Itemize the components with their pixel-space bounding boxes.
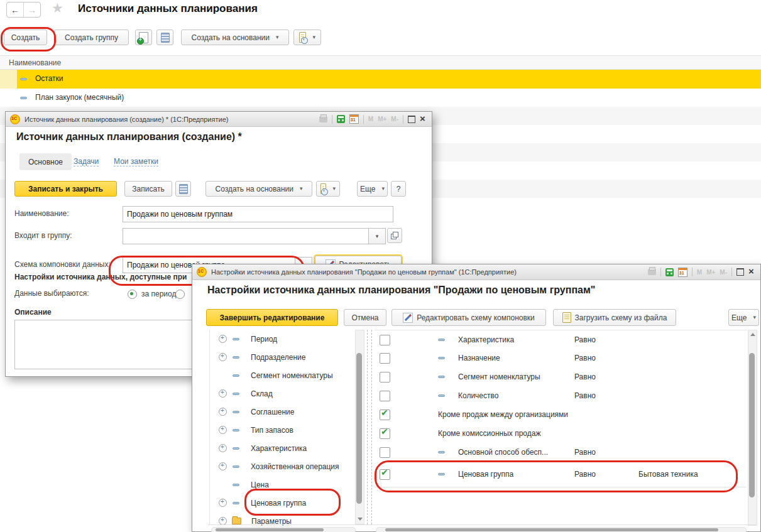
checkbox[interactable] [380, 353, 390, 364]
expand-icon[interactable] [219, 499, 227, 507]
create-based-on-button[interactable]: Создать на основании [181, 30, 289, 45]
scroll-up-icon[interactable] [750, 333, 755, 336]
parent-group-open-button[interactable] [387, 228, 402, 243]
filter-row-cenovaya-gruppa[interactable]: Ценовая группа Равно Бытовая техника [375, 462, 747, 487]
filter-row-harakteristika[interactable]: Характеристика Равно [375, 330, 747, 350]
tree-item-period[interactable]: Период [219, 330, 366, 348]
tree-item-soglashenie[interactable]: Соглашение [219, 403, 366, 421]
radio-period[interactable] [128, 290, 137, 299]
parent-group-dropdown[interactable] [368, 228, 386, 244]
scrollbar-thumb[interactable] [749, 353, 755, 497]
save-button[interactable]: Записать [124, 181, 172, 197]
filters-vertical-scrollbar[interactable] [748, 330, 757, 526]
calendar-icon[interactable]: 31 [678, 268, 687, 277]
filter-row-segment[interactable]: Сегмент номенклатуры Равно [375, 367, 747, 387]
expand-icon[interactable] [219, 462, 227, 470]
new-item-icon-button[interactable] [135, 30, 152, 45]
tree-item-sklad[interactable]: Склад [219, 384, 366, 403]
edit-schema-button[interactable]: Редактировать схему компоновки [391, 309, 546, 326]
save-and-close-button[interactable]: Записать и закрыть [14, 181, 117, 197]
dash-icon [438, 451, 445, 453]
close-icon[interactable] [420, 115, 427, 124]
parent-group-input[interactable] [123, 228, 377, 244]
dash-icon [438, 473, 445, 475]
filter-row-krome-prodazh[interactable]: Кроме продаж между организациями [375, 405, 747, 425]
favorite-star-icon[interactable] [52, 1, 63, 16]
panel-splitter[interactable] [371, 330, 372, 524]
list-view-icon-button[interactable] [156, 30, 173, 45]
tab-tasks[interactable]: Задачи [74, 153, 99, 170]
forward-icon [24, 3, 40, 17]
checkbox[interactable] [380, 469, 390, 480]
description-label: Описание [14, 308, 52, 317]
list-column-header[interactable]: Наименование [0, 55, 761, 70]
dash-icon [438, 339, 445, 341]
expand-icon[interactable] [219, 335, 227, 343]
filter-row-naznachenie[interactable]: Назначение Равно [375, 349, 747, 368]
list-row-ostatki[interactable]: Остатки [0, 70, 761, 89]
create-group-button[interactable]: Создать группу [54, 30, 129, 45]
filter-row-krome-komissionnyh[interactable]: Кроме комиссионных продаж [375, 424, 747, 443]
filter-row-osnovnoy-sposob[interactable]: Основной способ обесп... Равно [375, 443, 747, 462]
checkbox[interactable] [380, 428, 390, 439]
more-button[interactable]: Еще [728, 309, 759, 326]
tree-item-cena[interactable]: Цена [219, 475, 366, 494]
maximize-icon[interactable] [736, 268, 744, 276]
tree-item-tip-zapasov[interactable]: Тип запасов [219, 421, 366, 439]
memory-plus-button: M+ [706, 269, 715, 276]
finish-editing-button[interactable]: Завершить редактирование [206, 309, 338, 326]
history-doc-icon-button[interactable] [316, 181, 340, 197]
checkbox[interactable] [380, 335, 390, 345]
filters-horizontal-scrollbar[interactable] [376, 527, 747, 532]
radio-second-option[interactable] [175, 290, 185, 299]
window-titlebar[interactable]: Источник данных планирования (создание) … [6, 112, 432, 127]
checkbox[interactable] [380, 391, 390, 401]
calculator-icon[interactable] [665, 268, 674, 276]
name-input[interactable]: Продажи по ценовым группам [123, 206, 393, 222]
expand-icon[interactable] [219, 408, 227, 416]
help-button[interactable]: ? [391, 181, 406, 197]
expand-icon[interactable] [219, 389, 227, 398]
tree-item-harakteristika[interactable]: Характеристика [219, 439, 366, 457]
more-button[interactable]: Еще [357, 181, 388, 197]
checkbox[interactable] [380, 447, 390, 458]
tree-item-cenovaya-gruppa[interactable]: Ценовая группа [219, 494, 366, 512]
dash-icon [20, 97, 27, 99]
expand-icon[interactable] [219, 426, 227, 434]
parent-group-label: Входит в группу: [14, 231, 72, 240]
maximize-icon[interactable] [408, 116, 415, 123]
back-icon[interactable] [7, 3, 24, 17]
scrollbar-thumb[interactable] [216, 528, 324, 531]
create-based-on-button[interactable]: Создать на основании [205, 181, 312, 197]
panel-splitter[interactable] [367, 330, 368, 524]
checkbox[interactable] [380, 372, 390, 383]
dash-icon [233, 465, 239, 468]
tree-vertical-scrollbar[interactable] [355, 330, 364, 524]
dash-icon [233, 484, 239, 486]
tree-item-podrazdelenie[interactable]: Подразделение [219, 348, 366, 366]
dash-icon [233, 356, 239, 359]
history-doc-icon-button[interactable] [293, 30, 321, 45]
expand-icon[interactable] [219, 444, 227, 452]
expand-icon[interactable] [219, 353, 227, 361]
list-row-plan-zakupok[interactable]: План закупок (месячный) [0, 89, 761, 107]
tab-main[interactable]: Основное [19, 153, 72, 170]
calculator-icon[interactable] [337, 115, 345, 123]
tree-item-segment[interactable]: Сегмент номенклатуры [219, 366, 366, 384]
tree-item-hoz-operaciya[interactable]: Хозяйственная операция [219, 457, 366, 475]
scroll-down-icon[interactable] [358, 518, 363, 521]
tree-horizontal-scrollbar[interactable] [211, 527, 356, 532]
scrollbar-thumb[interactable] [385, 528, 718, 531]
window-titlebar[interactable]: Настройки источника данных планирования … [192, 264, 760, 280]
close-icon[interactable] [748, 268, 756, 276]
cancel-button[interactable]: Отмена [344, 309, 386, 326]
list-view-icon-button[interactable] [175, 181, 191, 197]
filter-row-kolichestvo[interactable]: Количество Равно [375, 386, 747, 406]
scrollbar-thumb[interactable] [356, 353, 362, 504]
calendar-icon[interactable]: 31 [349, 114, 359, 124]
create-button[interactable]: Создать [4, 30, 47, 45]
checkbox[interactable] [380, 410, 390, 420]
tab-notes[interactable]: Мои заметки [114, 153, 158, 170]
dash-icon [233, 447, 239, 450]
load-schema-button[interactable]: Загрузить схему из файла [553, 309, 676, 326]
